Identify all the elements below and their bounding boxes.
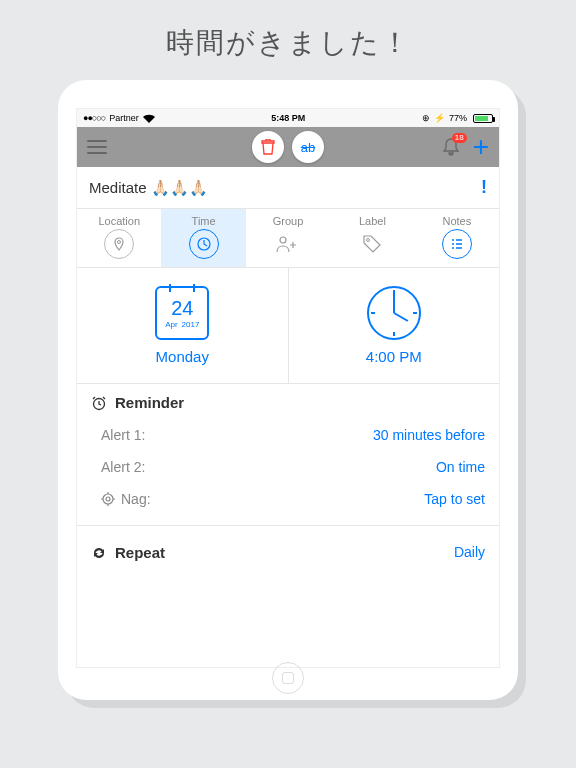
svg-point-8 xyxy=(103,494,113,504)
time-label: 4:00 PM xyxy=(289,348,500,365)
carrier-label: Partner xyxy=(109,113,139,123)
svg-point-5 xyxy=(452,243,454,245)
battery-icon xyxy=(473,114,493,123)
date-picker[interactable]: 24 Apr2017 Monday xyxy=(77,268,289,383)
add-button[interactable]: + xyxy=(473,131,489,163)
notification-badge: 18 xyxy=(452,133,467,143)
alarm-icon xyxy=(91,395,107,411)
tab-location[interactable]: Location xyxy=(77,209,161,267)
nag-value: Tap to set xyxy=(424,491,485,507)
tablet-frame: ●●○○○ Partner 5:48 PM ⊕ ⚡ 77% ab 18 + Me… xyxy=(58,80,518,700)
nag-icon xyxy=(101,492,115,506)
reminder-section: Reminder Alert 1: 30 minutes before Aler… xyxy=(77,384,499,526)
delete-button[interactable] xyxy=(252,131,284,163)
bluetooth-icon: ⚡ xyxy=(434,113,445,123)
menu-button[interactable] xyxy=(87,140,107,154)
app-bar: ab 18 + xyxy=(77,127,499,167)
battery-label: 77% xyxy=(449,113,467,123)
time-picker[interactable]: 4:00 PM xyxy=(289,268,500,383)
tab-label[interactable]: Label xyxy=(330,209,414,267)
notifications-button[interactable]: 18 xyxy=(441,137,461,157)
rename-icon: ab xyxy=(301,140,315,155)
svg-point-2 xyxy=(280,237,286,243)
location-icon xyxy=(104,229,134,259)
signal-dots: ●●○○○ xyxy=(83,113,105,123)
alert1-value: 30 minutes before xyxy=(373,427,485,443)
status-bar: ●●○○○ Partner 5:48 PM ⊕ ⚡ 77% xyxy=(77,109,499,127)
tab-label: Time xyxy=(161,215,245,227)
home-button[interactable] xyxy=(272,662,304,694)
svg-point-4 xyxy=(452,239,454,241)
alert2-value: On time xyxy=(436,459,485,475)
wifi-icon xyxy=(143,114,155,123)
alert1-row[interactable]: Alert 1: 30 minutes before xyxy=(91,419,485,451)
nag-row[interactable]: Nag: Tap to set xyxy=(91,483,485,515)
group-icon xyxy=(273,229,303,259)
screen: ●●○○○ Partner 5:48 PM ⊕ ⚡ 77% ab 18 + Me… xyxy=(76,108,500,668)
repeat-heading: Repeat xyxy=(115,544,165,561)
nag-label: Nag: xyxy=(121,491,151,507)
date-day: 24 xyxy=(171,297,193,320)
clock-icon xyxy=(189,229,219,259)
tab-group[interactable]: Group xyxy=(246,209,330,267)
tag-icon xyxy=(357,229,387,259)
alarm-icon: ⊕ xyxy=(422,113,430,123)
tab-label: Notes xyxy=(415,215,499,227)
repeat-value: Daily xyxy=(454,544,485,561)
tab-label-text: Label xyxy=(330,215,414,227)
repeat-icon xyxy=(91,545,107,561)
rename-button[interactable]: ab xyxy=(292,131,324,163)
tab-label: Group xyxy=(246,215,330,227)
page-title: 時間がきました！ xyxy=(0,0,576,80)
repeat-section[interactable]: Repeat Daily xyxy=(77,526,499,579)
tabs: Location Time Group Label Notes xyxy=(77,209,499,268)
status-time: 5:48 PM xyxy=(271,113,305,123)
alert1-label: Alert 1: xyxy=(101,427,145,443)
datetime-row: 24 Apr2017 Monday 4:00 PM xyxy=(77,268,499,384)
svg-point-3 xyxy=(367,239,370,242)
task-title-row[interactable]: Meditate 🙏🏻🙏🏻🙏🏻 ! xyxy=(77,167,499,209)
tab-label: Location xyxy=(77,215,161,227)
calendar-icon: 24 Apr2017 xyxy=(155,286,209,340)
svg-point-6 xyxy=(452,247,454,249)
reminder-heading: Reminder xyxy=(115,394,184,411)
tab-time[interactable]: Time xyxy=(161,209,245,267)
list-icon xyxy=(442,229,472,259)
task-title-text: Meditate 🙏🏻🙏🏻🙏🏻 xyxy=(89,179,208,197)
alert2-label: Alert 2: xyxy=(101,459,145,475)
svg-point-9 xyxy=(106,497,110,501)
weekday-label: Monday xyxy=(77,348,288,365)
trash-icon xyxy=(261,139,275,155)
priority-indicator[interactable]: ! xyxy=(481,177,487,198)
svg-point-0 xyxy=(118,241,121,244)
tab-notes[interactable]: Notes xyxy=(415,209,499,267)
date-month: Apr xyxy=(165,320,177,329)
clock-face-icon xyxy=(367,286,421,340)
alert2-row[interactable]: Alert 2: On time xyxy=(91,451,485,483)
date-year: 2017 xyxy=(182,320,200,329)
